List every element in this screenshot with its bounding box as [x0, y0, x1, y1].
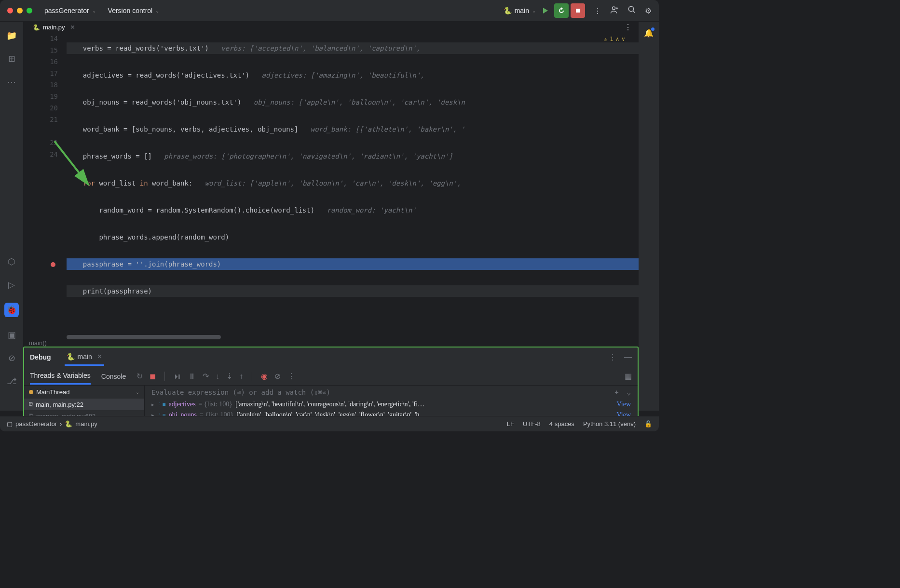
- project-tool-icon[interactable]: 📁: [6, 30, 17, 41]
- terminal-tool-icon[interactable]: ▣: [8, 330, 16, 340]
- interpreter[interactable]: Python 3.11 (venv): [583, 420, 636, 428]
- line-gutter[interactable]: 141516 171819 2021 2324: [23, 33, 67, 339]
- tab-options-icon[interactable]: ⋮: [624, 23, 632, 32]
- minimize-window-button[interactable]: [17, 8, 23, 13]
- debug-session-tab[interactable]: 🐍 main ✕: [65, 349, 104, 366]
- services-icon[interactable]: ⬡: [8, 256, 15, 267]
- encoding[interactable]: UTF-8: [523, 420, 541, 428]
- pause-icon[interactable]: ⏸: [188, 372, 196, 381]
- breadcrumbs-bar[interactable]: main(): [23, 339, 639, 347]
- project-name: passGenerator: [44, 7, 89, 14]
- code-with-me-icon[interactable]: [610, 5, 619, 16]
- console-tab[interactable]: Console: [101, 369, 126, 384]
- debug-title: Debug: [30, 353, 51, 361]
- breadcrumb-separator: ›: [60, 420, 62, 428]
- main-area: 📁 ⊞ ⋯ ⬡ ▷ 🐞 ▣ ⊘ ⎇ 🐍 main.py ✕ ⋮ ⚠ 1 ∧ ∨: [0, 22, 659, 411]
- python-icon: 🐍: [67, 353, 75, 361]
- step-into-my-icon[interactable]: ⇣: [226, 372, 232, 381]
- threads-variables-tab[interactable]: Threads & Variables: [30, 368, 91, 385]
- close-tab-icon[interactable]: ✕: [70, 24, 75, 31]
- chevron-down-icon: ⌄: [532, 8, 536, 13]
- problems-badge[interactable]: ⚠ 1 ∧ ∨: [604, 36, 625, 42]
- svg-point-2: [628, 6, 634, 12]
- right-toolbar: 🔔: [639, 22, 659, 411]
- warning-icon: ⚠: [604, 36, 607, 42]
- file-tab-name: main.py: [43, 24, 65, 31]
- code-editor[interactable]: ⚠ 1 ∧ ∨ 141516 171819 2021 2324 verbs = …: [23, 33, 639, 339]
- thread-selector[interactable]: MainThread ⌄: [24, 386, 144, 399]
- editor-area: 🐍 main.py ✕ ⋮ ⚠ 1 ∧ ∨ 141516 171819 2021…: [23, 22, 639, 411]
- debug-rerun-button[interactable]: [554, 3, 569, 18]
- close-session-icon[interactable]: ✕: [97, 353, 102, 360]
- line-ending[interactable]: LF: [507, 420, 514, 428]
- lock-icon[interactable]: 🔓: [644, 420, 652, 428]
- chevron-down-icon: ⌄: [155, 8, 159, 13]
- evaluate-expression-input[interactable]: Evaluate expression (⏎) or add a watch (…: [145, 386, 638, 399]
- git-tool-icon[interactable]: ⎇: [7, 376, 17, 387]
- structure-tool-icon[interactable]: ⊞: [8, 53, 15, 64]
- run-config-selector[interactable]: 🐍 main ⌄: [504, 7, 536, 14]
- step-into-icon[interactable]: ↓: [216, 372, 219, 381]
- view-link[interactable]: View: [617, 401, 631, 408]
- thread-state-icon: [29, 390, 33, 394]
- left-toolbar: 📁 ⊞ ⋯ ⬡ ▷ 🐞 ▣ ⊘ ⎇: [0, 22, 23, 411]
- run-tool-icon[interactable]: ▷: [8, 280, 15, 290]
- close-window-button[interactable]: [7, 8, 13, 13]
- debug-panel-header: Debug 🐍 main ✕ ⋮ —: [24, 347, 638, 367]
- expand-icon[interactable]: ▸: [151, 401, 154, 408]
- frame-icon: ⧉: [29, 401, 33, 408]
- python-file-icon: 🐍: [33, 24, 40, 31]
- svg-rect-0: [576, 9, 580, 13]
- vcs-label: Version control: [108, 7, 153, 14]
- thread-name: MainThread: [36, 388, 69, 396]
- python-icon: 🐍: [504, 7, 512, 14]
- notifications-icon[interactable]: 🔔: [644, 28, 654, 38]
- debug-options-icon[interactable]: ⋮: [609, 353, 616, 362]
- step-over-icon[interactable]: ↷: [203, 372, 209, 381]
- more-icon[interactable]: ⋮: [594, 6, 601, 15]
- breadcrumb-file[interactable]: main.py: [75, 420, 97, 428]
- maximize-window-button[interactable]: [27, 8, 32, 13]
- file-tab-main[interactable]: 🐍 main.py ✕: [28, 22, 80, 33]
- indent-settings[interactable]: 4 spaces: [549, 420, 574, 428]
- search-icon[interactable]: [627, 5, 636, 16]
- next-problem-icon[interactable]: ∨: [622, 36, 625, 42]
- settings-icon[interactable]: ⚙: [645, 6, 652, 15]
- layout-settings-icon[interactable]: ▦: [625, 372, 632, 381]
- window-controls: [7, 8, 32, 13]
- code-content[interactable]: verbs = read_words('verbs.txt') verbs: […: [67, 33, 639, 339]
- breadcrumb-item[interactable]: main(): [29, 339, 47, 347]
- mute-breakpoints-icon[interactable]: ⊘: [274, 372, 281, 381]
- minimize-panel-icon[interactable]: —: [624, 353, 632, 362]
- title-right-icons: ⋮ ⚙: [594, 5, 652, 16]
- breadcrumb-project[interactable]: passGenerator: [15, 420, 57, 428]
- vcs-dropdown[interactable]: Version control ⌄: [108, 7, 160, 14]
- stop-button[interactable]: [571, 3, 585, 18]
- problems-tool-icon[interactable]: ⊘: [8, 353, 15, 363]
- stack-frame[interactable]: ⧉main, main.py:22: [24, 399, 144, 410]
- variable-row[interactable]: ▸ ⋮≡ adjectives = {list: 100} ['amazing\…: [145, 399, 638, 410]
- rerun-icon[interactable]: ↻: [136, 372, 143, 381]
- python-icon: 🐍: [65, 420, 72, 428]
- horizontal-scrollbar[interactable]: [67, 335, 221, 339]
- chevron-down-icon: ⌄: [136, 389, 139, 395]
- project-dropdown[interactable]: passGenerator ⌄: [44, 7, 96, 14]
- resume-icon[interactable]: ⏯: [174, 372, 181, 381]
- frame-label: main, main.py:22: [36, 401, 83, 408]
- list-type-icon: ⋮≡: [157, 401, 166, 408]
- status-bar: ▢ passGenerator › 🐍 main.py LF UTF-8 4 s…: [0, 416, 659, 431]
- breakpoint-icon[interactable]: [51, 262, 55, 267]
- debug-tool-icon[interactable]: 🐞: [4, 303, 19, 317]
- debug-session-name: main: [78, 353, 92, 361]
- step-out-icon[interactable]: ↑: [239, 372, 243, 381]
- chevron-down-icon: ⌄: [92, 8, 96, 13]
- more-tool-icon[interactable]: ⋯: [7, 77, 16, 87]
- stop-debug-icon[interactable]: ◼: [150, 372, 156, 381]
- view-breakpoints-icon[interactable]: ◉: [261, 372, 268, 381]
- prev-problem-icon[interactable]: ∧: [616, 36, 619, 42]
- navigation-breadcrumb[interactable]: ▢ passGenerator › 🐍 main.py: [7, 420, 97, 428]
- more-debug-icon[interactable]: ⋮: [287, 372, 295, 381]
- svg-point-1: [613, 7, 615, 10]
- run-button[interactable]: [538, 3, 552, 18]
- run-config-name: main: [515, 7, 529, 14]
